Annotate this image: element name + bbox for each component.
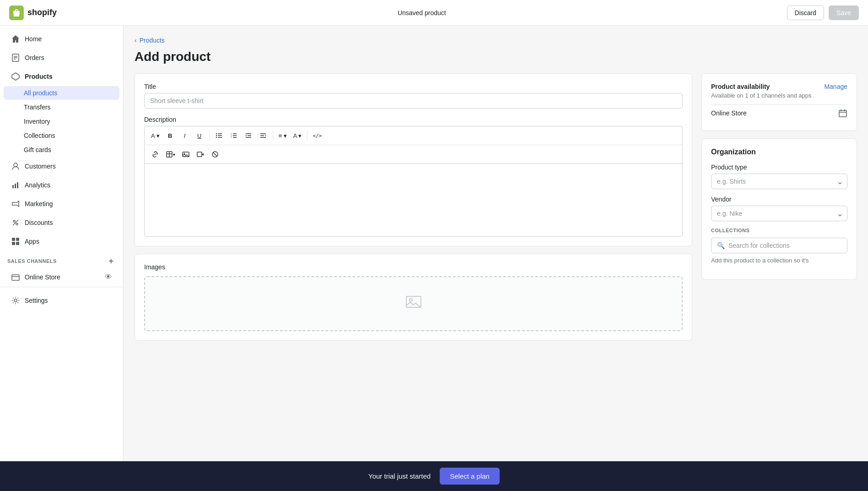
svg-point-22	[216, 133, 216, 134]
svg-marker-34	[246, 135, 247, 136]
sales-channels-label: SALES CHANNELS +	[0, 251, 123, 267]
discard-button[interactable]: Discard	[787, 5, 824, 20]
sidebar-item-marketing[interactable]: Marketing	[4, 195, 119, 213]
svg-point-23	[216, 135, 216, 136]
sidebar-item-settings[interactable]: Settings	[4, 291, 119, 310]
sidebar-item-home-label: Home	[25, 35, 42, 43]
manage-link[interactable]: Manage	[824, 83, 847, 90]
customers-icon	[11, 162, 20, 171]
title-description-card: Title Description A ▾ B I U	[135, 73, 692, 246]
description-label: Description	[144, 116, 683, 123]
description-section: Description A ▾ B I U 12	[144, 116, 683, 237]
collections-search-container[interactable]: 🔍	[711, 238, 847, 253]
title-input[interactable]	[144, 93, 683, 109]
toolbar-text-color-button[interactable]: A ▾	[291, 129, 305, 142]
images-label: Images	[144, 263, 683, 271]
svg-text:3: 3	[231, 136, 232, 138]
add-sales-channel-button[interactable]: +	[107, 256, 116, 266]
collections-label: COLLECTIONS	[711, 228, 847, 233]
sidebar-item-customers-label: Customers	[25, 163, 56, 170]
calendar-icon[interactable]	[838, 109, 847, 118]
sidebar-item-products[interactable]: Products	[4, 67, 119, 86]
toolbar-video-button[interactable]	[194, 148, 207, 161]
svg-point-5	[14, 163, 17, 167]
online-store-icon	[11, 273, 20, 282]
svg-point-10	[16, 223, 18, 225]
toolbar-block-button[interactable]	[208, 148, 222, 161]
vendor-field: Vendor e.g. Nike ⌄	[711, 196, 847, 221]
breadcrumb[interactable]: ‹ Products	[135, 37, 857, 44]
toolbar-indent-right-button[interactable]	[256, 129, 270, 142]
svg-marker-4	[12, 73, 19, 80]
sidebar-sub-all-products[interactable]: All products	[4, 86, 119, 100]
toolbar-list-unordered-button[interactable]	[212, 129, 226, 142]
editor-body[interactable]	[144, 164, 683, 237]
select-plan-button[interactable]: Select a plan	[440, 468, 500, 485]
home-icon	[11, 34, 20, 44]
topbar-title: Unsaved product	[398, 9, 446, 16]
toolbar-image-button[interactable]	[179, 148, 193, 161]
save-button[interactable]: Save	[829, 5, 859, 20]
sidebar-item-online-store[interactable]: Online Store 👁	[4, 268, 119, 286]
sidebar-sub-gift-cards[interactable]: Gift cards	[4, 143, 119, 157]
bottom-bar: Your trial just started Select a plan	[0, 461, 868, 491]
collections-search-icon: 🔍	[717, 242, 725, 249]
sidebar-sub-transfers[interactable]: Transfers	[4, 100, 119, 114]
toolbar-indent-left-button[interactable]	[242, 129, 255, 142]
product-availability-card: Product availability Manage Available on…	[701, 73, 857, 131]
product-type-label: Product type	[711, 164, 847, 171]
title-label: Title	[144, 83, 683, 90]
collections-search-input[interactable]	[728, 242, 841, 249]
products-icon	[11, 72, 20, 81]
svg-point-18	[14, 299, 17, 302]
breadcrumb-arrow: ‹	[135, 37, 137, 44]
toolbar-bold-button[interactable]: B	[163, 129, 177, 142]
svg-rect-16	[12, 275, 19, 280]
discounts-icon	[11, 218, 20, 227]
availability-sub: Available on 1 of 1 channels and apps	[711, 92, 847, 99]
vendor-select[interactable]: e.g. Nike	[711, 206, 847, 221]
shopify-logo: shopify	[9, 5, 57, 20]
marketing-icon	[11, 199, 20, 208]
shopify-wordmark: shopify	[27, 8, 57, 17]
toolbar-separator-3	[307, 130, 307, 141]
editor-toolbar-row1: A ▾ B I U 123	[144, 126, 683, 145]
sidebar-item-analytics-label: Analytics	[25, 181, 50, 189]
sidebar-item-home[interactable]: Home	[4, 30, 119, 48]
editor-toolbar-row2: ▾	[144, 145, 683, 164]
toolbar-font-button[interactable]: A ▾	[148, 129, 162, 142]
content-grid: Title Description A ▾ B I U	[135, 73, 857, 341]
settings-label: Settings	[25, 297, 48, 304]
sidebar-item-apps[interactable]: Apps	[4, 232, 119, 251]
toolbar-underline-button[interactable]: U	[193, 129, 206, 142]
toolbar-link-button[interactable]	[148, 148, 162, 161]
sidebar-item-orders[interactable]: Orders	[4, 49, 119, 67]
eye-icon: 👁	[105, 273, 112, 281]
toolbar-table-button[interactable]: ▾	[163, 148, 178, 161]
sidebar-item-customers[interactable]: Customers	[4, 157, 119, 175]
product-type-select[interactable]: e.g. Shirts	[711, 174, 847, 189]
product-type-field: Product type e.g. Shirts ⌄	[711, 164, 847, 189]
sidebar-sub-collections[interactable]: Collections	[4, 129, 119, 142]
analytics-icon	[11, 180, 20, 190]
svg-rect-50	[839, 110, 846, 117]
images-dropzone[interactable]	[144, 276, 683, 331]
online-store-label: Online Store	[25, 273, 60, 281]
toolbar-align-button[interactable]: ≡ ▾	[276, 129, 290, 142]
organization-card: Organization Product type e.g. Shirts ⌄ …	[701, 138, 857, 280]
orders-icon	[11, 53, 20, 62]
svg-rect-44	[197, 152, 202, 157]
toolbar-list-ordered-button[interactable]: 123	[227, 129, 241, 142]
svg-rect-8	[17, 182, 18, 188]
svg-line-47	[213, 153, 217, 157]
settings-icon	[11, 296, 20, 305]
sidebar-sub-inventory[interactable]: Inventory	[4, 115, 119, 128]
sidebar-item-discounts[interactable]: Discounts	[4, 213, 119, 232]
toolbar-italic-button[interactable]: I	[178, 129, 192, 142]
toolbar-source-button[interactable]: </>	[310, 129, 324, 142]
sidebar-item-analytics[interactable]: Analytics	[4, 176, 119, 194]
breadcrumb-label: Products	[140, 37, 165, 44]
availability-title: Product availability	[711, 83, 770, 90]
svg-point-9	[13, 220, 15, 222]
svg-rect-15	[16, 242, 19, 245]
